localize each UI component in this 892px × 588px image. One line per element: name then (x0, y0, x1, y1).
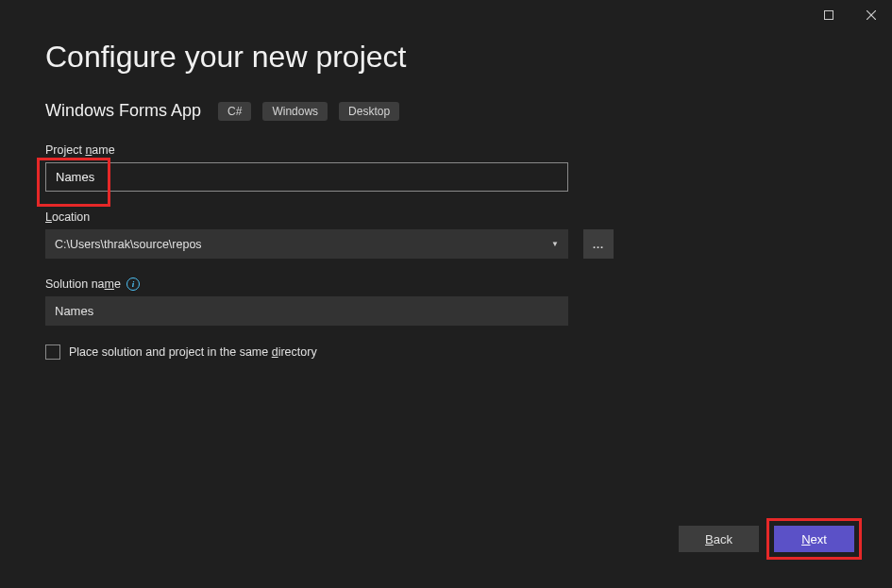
page-title: Configure your new project (45, 40, 847, 75)
svg-rect-0 (824, 11, 833, 20)
solution-name-label: Solution name i (45, 277, 847, 291)
template-name: Windows Forms App (45, 101, 201, 121)
template-tag: Windows (262, 102, 328, 121)
close-icon (867, 10, 876, 20)
window-titlebar (0, 0, 892, 30)
maximize-icon (824, 10, 833, 20)
close-button[interactable] (850, 1, 892, 29)
template-tag: C# (218, 102, 251, 121)
location-dropdown[interactable]: C:\Users\thrak\source\repos ▼ (45, 229, 568, 259)
next-button[interactable]: Next (774, 526, 854, 552)
location-label: Location (45, 210, 847, 224)
template-tag: Desktop (339, 102, 399, 121)
back-button[interactable]: Back (679, 526, 759, 552)
chevron-down-icon: ▼ (551, 240, 559, 248)
same-directory-checkbox[interactable] (45, 344, 60, 360)
project-name-label: Project name (45, 143, 847, 157)
location-value: C:\Users\thrak\source\repos (55, 238, 202, 251)
solution-name-input[interactable] (45, 296, 568, 326)
annotation-highlight: Next (766, 518, 862, 560)
info-icon[interactable]: i (126, 277, 140, 291)
maximize-button[interactable] (807, 1, 850, 29)
project-name-input[interactable] (45, 162, 568, 192)
template-row: Windows Forms App C# Windows Desktop (45, 101, 847, 121)
same-directory-label: Place solution and project in the same d… (69, 345, 317, 359)
browse-button[interactable]: ... (583, 229, 614, 259)
footer-buttons: Back Next (679, 518, 862, 560)
